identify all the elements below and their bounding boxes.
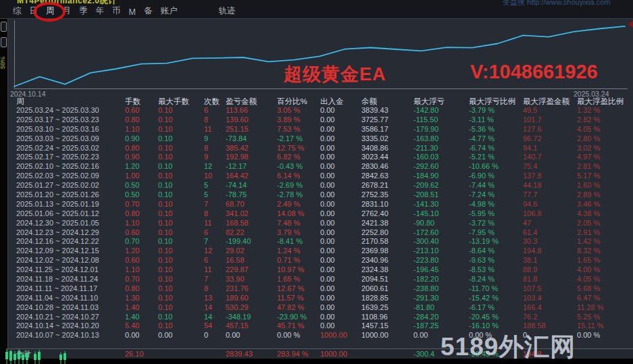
- tab-币[interactable]: 币: [112, 5, 121, 17]
- cell: 2024.11.04 ~ 2024.11.10: [16, 294, 125, 303]
- tab-周[interactable]: 周: [46, 5, 55, 17]
- cell: -8.53 %: [469, 265, 523, 275]
- table-row[interactable]: 2025.02.10 ~ 2025.02.161.200.1012-12.17-…: [8, 162, 633, 172]
- tab-季[interactable]: 季: [79, 5, 88, 17]
- tab-日[interactable]: 日: [30, 5, 39, 17]
- table-row[interactable]: 2024.10.21 ~ 2024.10.271.400.1014-348.19…: [8, 313, 633, 322]
- cell: 1457.15: [361, 321, 413, 331]
- cell: 1.65 %: [277, 275, 320, 284]
- cell: 11: [204, 125, 226, 134]
- header-cell[interactable]: 最大浮亏: [413, 97, 469, 106]
- cell: 2025.02.24 ~ 2025.03.02: [16, 144, 125, 153]
- cell: 8: [204, 144, 226, 153]
- cell: 101.7: [523, 115, 577, 125]
- cell: 2324.38: [361, 265, 413, 275]
- cell: 3335.02: [361, 134, 413, 144]
- tab-bar: 综日周月季年币M备账户轨迹: [13, 5, 243, 17]
- table-row[interactable]: 2025.02.24 ~ 2025.03.020.800.108385.4212…: [8, 144, 633, 153]
- cell: 0.10: [158, 190, 204, 200]
- tab-轨迹[interactable]: 轨迹: [218, 5, 235, 17]
- table-row[interactable]: 2024.12.16 ~ 2024.12.220.700.107-199.40-…: [8, 237, 633, 246]
- cell: 0.00: [320, 200, 361, 209]
- cell: 10.97 %: [277, 265, 320, 275]
- header-cell[interactable]: 周: [16, 97, 125, 106]
- cell: 38.1: [523, 256, 577, 265]
- table-row[interactable]: 2025.03.03 ~ 2025.03.090.900.109-73.84-2…: [8, 134, 633, 144]
- table-row[interactable]: 2025.01.06 ~ 2025.01.120.800.108341.0214…: [8, 209, 633, 219]
- table-row[interactable]: 2024.11.04 ~ 2024.11.101.300.1013189.601…: [8, 294, 633, 303]
- cell: -141.30: [413, 200, 469, 209]
- table-row[interactable]: 2024.12.02 ~ 2024.12.080.600.10616.580.7…: [8, 256, 633, 265]
- header-cell[interactable]: 最大浮亏比例: [469, 97, 523, 106]
- cell: 47.82 %: [277, 303, 320, 313]
- tab-综[interactable]: 综: [13, 5, 22, 17]
- header-cell[interactable]: 出入金: [320, 97, 361, 106]
- table-row[interactable]: 2025.01.20 ~ 2025.01.260.500.105-78.75-2…: [8, 190, 633, 200]
- cell: 6: [204, 256, 226, 265]
- tab-M[interactable]: M: [129, 7, 136, 17]
- cell: 5.25 %: [577, 313, 633, 322]
- table-row[interactable]: 2024.12.09 ~ 2024.12.151.200.101229.021.…: [8, 246, 633, 256]
- table-row[interactable]: 2025.01.13 ~ 2025.01.190.700.10768.702.4…: [8, 200, 633, 209]
- cell: 3.02 %: [577, 144, 633, 153]
- cell: 2024.11.18 ~ 2024.11.24: [16, 275, 125, 284]
- cell: 189.60: [226, 294, 277, 303]
- cell: 2678.21: [361, 181, 413, 190]
- cell: -5.21 %: [469, 153, 523, 162]
- cell: 0.00: [320, 219, 361, 228]
- cell: 1.20: [125, 246, 158, 256]
- cell: -291.30: [413, 294, 469, 303]
- table-row[interactable]: 2025.03.17 ~ 2025.03.230.800.108139.603.…: [8, 115, 633, 125]
- cell: 229.87: [226, 265, 277, 275]
- header-cell[interactable]: 盈亏金额: [226, 97, 277, 106]
- header-cell[interactable]: 次数: [204, 97, 226, 106]
- cell: 77.7: [523, 190, 577, 200]
- table-row[interactable]: 2024.12.23 ~ 2024.12.290.600.10682.223.7…: [8, 228, 633, 238]
- cell: 385.42: [226, 144, 277, 153]
- header-cell[interactable]: 余额: [361, 97, 413, 106]
- cell: 1.10: [125, 125, 158, 134]
- window-control-box-icon[interactable]: [1, 22, 7, 32]
- cell: 2025.03.17 ~ 2025.03.23: [16, 115, 125, 125]
- cell: -142.80: [413, 106, 469, 115]
- cell: -211.30: [413, 144, 469, 153]
- cell: 2024.12.16 ~ 2024.12.22: [16, 237, 125, 246]
- tab-月[interactable]: 月: [63, 5, 72, 17]
- table-row[interactable]: 2025.03.10 ~ 2025.03.161.100.1011251.157…: [8, 125, 633, 134]
- table-row[interactable]: 2024.11.25 ~ 2024.12.011.100.1011229.871…: [8, 265, 633, 275]
- table-row[interactable]: 2025.02.03 ~ 2025.02.091.000.1010164.426…: [8, 172, 633, 181]
- table-row[interactable]: 2025.02.17 ~ 2025.02.230.900.109192.986.…: [8, 153, 633, 162]
- cell: -78.75: [226, 190, 277, 200]
- cell: 3.05 %: [277, 106, 320, 115]
- scroll-left-arrow-icon[interactable]: [628, 21, 633, 28]
- table-row[interactable]: 2024.11.18 ~ 2024.11.240.700.10733.901.6…: [8, 275, 633, 284]
- table-row[interactable]: 2024.11.11 ~ 2024.11.170.800.108231.7612…: [8, 284, 633, 294]
- window-control-box-icon[interactable]: [1, 37, 7, 47]
- table-row[interactable]: 2024.12.30 ~ 2025.01.051.100.1011168.587…: [8, 219, 633, 228]
- cell: 12.67 %: [277, 284, 320, 294]
- header-cell[interactable]: 最大浮盈金额: [523, 97, 577, 106]
- cell: 88.9: [523, 265, 577, 275]
- cell: -182.20: [413, 275, 469, 284]
- tab-账户[interactable]: 账户: [160, 5, 177, 17]
- header-cell[interactable]: 百分比%: [277, 97, 320, 106]
- tab-备[interactable]: 备: [144, 5, 153, 17]
- table-row[interactable]: 2024.10.28 ~ 2024.11.031.400.1014530.294…: [8, 303, 633, 313]
- header-cell[interactable]: 手数: [125, 97, 158, 106]
- header-cell[interactable]: 最大手数: [158, 97, 204, 106]
- header-cell[interactable]: 最大浮盈比例: [577, 97, 633, 106]
- cell: 0.00: [158, 331, 204, 340]
- cell: 164.42: [226, 172, 277, 181]
- tab-年[interactable]: 年: [96, 5, 105, 17]
- table-row[interactable]: 2025.01.27 ~ 2025.02.020.500.105-74.14-2…: [8, 181, 633, 190]
- cell: 0.10: [158, 162, 204, 172]
- cell: 3586.17: [361, 125, 413, 134]
- cell: 0.00: [320, 162, 361, 172]
- cell: 0.10: [158, 209, 204, 219]
- cell: 251.15: [226, 125, 277, 134]
- cell: 0.10: [158, 284, 204, 294]
- table-row[interactable]: 2025.03.24 ~ 2025.03.300.600.106113.663.…: [8, 106, 633, 115]
- cell: 82.22: [226, 228, 277, 238]
- cell: -12.17: [226, 162, 277, 172]
- top-right-watermark: 受益侠 http://www.shouyixia.com: [503, 0, 611, 7]
